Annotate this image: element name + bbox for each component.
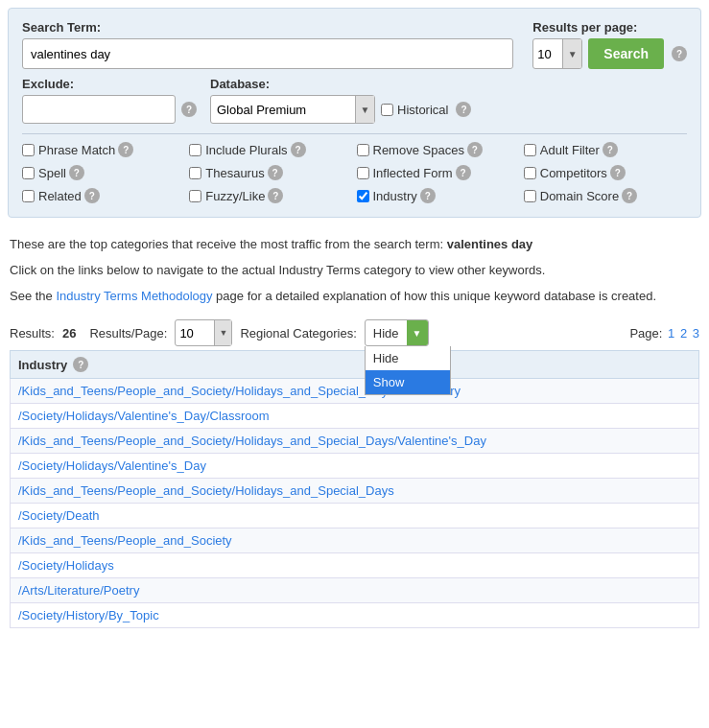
domain-score-label[interactable]: Domain Score bbox=[540, 189, 619, 203]
domain-score-checkbox[interactable] bbox=[524, 190, 536, 202]
methodology-link[interactable]: Industry Terms Methodology bbox=[56, 289, 212, 303]
row-link-4[interactable]: /Society/Holidays/Valentine's_Day bbox=[18, 458, 206, 473]
thesaurus-help[interactable]: ? bbox=[268, 165, 283, 180]
industry-checkbox[interactable] bbox=[357, 190, 369, 202]
row-link-10[interactable]: /Society/History/By_Topic bbox=[18, 608, 159, 622]
exclude-input[interactable] bbox=[22, 95, 176, 124]
competitors-label[interactable]: Competitors bbox=[540, 166, 607, 180]
database-select-wrap[interactable]: Global Premium US English UK English Ger… bbox=[210, 95, 375, 124]
table-row: /Kids_and_Teens/People_and_Society/Holid… bbox=[10, 379, 699, 404]
phrase-match-checkbox[interactable] bbox=[22, 144, 35, 156]
database-label: Database: bbox=[210, 77, 471, 91]
database-select[interactable]: Global Premium US English UK English Ger… bbox=[211, 96, 355, 123]
regional-dropdown-trigger[interactable]: Hide ▼ bbox=[365, 319, 429, 346]
regional-categories-label: Regional Categories: bbox=[240, 326, 356, 341]
include-plurals-help[interactable]: ? bbox=[291, 142, 306, 157]
database-arrow[interactable]: ▼ bbox=[355, 96, 374, 123]
table-header: Industry ? bbox=[10, 350, 699, 379]
dropdown-item-hide[interactable]: Hide bbox=[366, 346, 450, 370]
table-row: /Society/Holidays bbox=[10, 553, 699, 578]
remove-spaces-label[interactable]: Remove Spaces bbox=[373, 143, 464, 157]
search-term-label: Search Term: bbox=[22, 20, 513, 35]
info-line-3: See the Industry Terms Methodology page … bbox=[10, 287, 699, 307]
competitors-checkbox[interactable] bbox=[524, 167, 536, 179]
row-link-9[interactable]: /Arts/Literature/Poetry bbox=[18, 583, 139, 598]
regional-dropdown-value: Hide bbox=[366, 326, 407, 341]
inflected-form-help[interactable]: ? bbox=[456, 165, 471, 180]
inflected-form-checkbox[interactable] bbox=[357, 167, 369, 179]
table-area: Industry ? /Kids_and_Teens/People_and_So… bbox=[10, 350, 699, 628]
regional-dropdown-menu: Hide Show bbox=[365, 346, 451, 395]
fuzzy-like-label[interactable]: Fuzzy/Like bbox=[205, 189, 265, 203]
related-item: Related ? bbox=[22, 188, 185, 203]
results-bar: Results: 26 Results/Page: 102050 ▼ Regio… bbox=[10, 319, 699, 346]
page-3-link[interactable]: 3 bbox=[693, 326, 699, 341]
adult-filter-item: Adult Filter ? bbox=[524, 142, 687, 157]
row-link-3[interactable]: /Kids_and_Teens/People_and_Society/Holid… bbox=[18, 434, 486, 448]
results-per-page-label-bar: Results/Page: bbox=[89, 326, 167, 341]
row-link-8[interactable]: /Society/Holidays bbox=[18, 558, 114, 573]
adult-filter-label[interactable]: Adult Filter bbox=[540, 143, 600, 157]
dropdown-item-show[interactable]: Show bbox=[366, 370, 450, 394]
historical-help-icon[interactable]: ? bbox=[456, 102, 471, 117]
regional-dropdown-arrow[interactable]: ▼ bbox=[407, 320, 428, 345]
page-nav: Page: 1 2 3 bbox=[629, 326, 699, 341]
search-panel: Search Term: Results per page: 102050100… bbox=[8, 8, 701, 218]
thesaurus-label[interactable]: Thesaurus bbox=[205, 166, 264, 180]
results-per-page-select[interactable]: 102050100 bbox=[533, 39, 562, 68]
content-area: These are the top categories that receiv… bbox=[0, 225, 709, 306]
remove-spaces-help[interactable]: ? bbox=[467, 142, 483, 157]
regional-dropdown[interactable]: Hide ▼ Hide Show bbox=[365, 319, 429, 346]
fuzzy-like-help[interactable]: ? bbox=[268, 188, 283, 203]
row-link-7[interactable]: /Kids_and_Teens/People_and_Society bbox=[18, 533, 232, 548]
phrase-match-label[interactable]: Phrase Match bbox=[38, 143, 115, 157]
spell-help[interactable]: ? bbox=[69, 165, 84, 180]
spell-checkbox[interactable] bbox=[22, 167, 35, 179]
results-per-page-arrow[interactable]: ▼ bbox=[562, 39, 581, 68]
adult-filter-help[interactable]: ? bbox=[603, 142, 618, 157]
related-checkbox[interactable] bbox=[22, 190, 35, 202]
spell-label[interactable]: Spell bbox=[38, 166, 66, 180]
table-row: /Arts/Literature/Poetry bbox=[10, 578, 699, 603]
table-row: /Society/History/By_Topic bbox=[10, 603, 699, 628]
remove-spaces-item: Remove Spaces ? bbox=[357, 142, 520, 157]
industry-column-header: Industry bbox=[18, 358, 67, 372]
related-label[interactable]: Related bbox=[38, 189, 82, 203]
domain-score-help[interactable]: ? bbox=[622, 188, 637, 203]
results-per-page-select-wrap[interactable]: 102050100 ▼ bbox=[532, 38, 582, 69]
row-link-6[interactable]: /Society/Death bbox=[18, 508, 100, 523]
historical-checkbox[interactable] bbox=[381, 104, 393, 116]
page-2-link[interactable]: 2 bbox=[680, 326, 687, 341]
rpp-select-wrap[interactable]: 102050 ▼ bbox=[175, 319, 232, 346]
competitors-help[interactable]: ? bbox=[610, 165, 626, 180]
search-help-icon[interactable]: ? bbox=[672, 46, 687, 61]
rpp-arrow[interactable]: ▼ bbox=[214, 320, 231, 345]
phrase-match-item: Phrase Match ? bbox=[22, 142, 185, 157]
divider bbox=[22, 133, 687, 134]
exclude-help-icon[interactable]: ? bbox=[181, 102, 197, 117]
page-1-link[interactable]: 1 bbox=[668, 326, 674, 341]
industry-label[interactable]: Industry bbox=[373, 189, 417, 203]
include-plurals-checkbox[interactable] bbox=[189, 144, 201, 156]
industry-help[interactable]: ? bbox=[420, 188, 436, 203]
search-button[interactable]: Search bbox=[588, 38, 664, 69]
related-help[interactable]: ? bbox=[84, 188, 100, 203]
fuzzy-like-checkbox[interactable] bbox=[189, 190, 201, 202]
rpp-select[interactable]: 102050 bbox=[176, 320, 214, 345]
table-row: /Society/Holidays/Valentine's_Day/Classr… bbox=[10, 404, 699, 429]
row-link-2[interactable]: /Society/Holidays/Valentine's_Day/Classr… bbox=[18, 409, 270, 423]
include-plurals-item: Include Plurals ? bbox=[189, 142, 352, 157]
search-term-input[interactable] bbox=[22, 38, 513, 69]
spell-item: Spell ? bbox=[22, 165, 185, 180]
remove-spaces-checkbox[interactable] bbox=[357, 144, 369, 156]
inflected-form-label[interactable]: Inflected Form bbox=[373, 166, 453, 180]
results-per-page-label: Results per page: bbox=[532, 20, 687, 35]
adult-filter-checkbox[interactable] bbox=[524, 144, 536, 156]
historical-checkbox-label[interactable]: Historical bbox=[381, 103, 448, 117]
phrase-match-help[interactable]: ? bbox=[118, 142, 133, 157]
industry-header-help[interactable]: ? bbox=[73, 357, 88, 372]
results-label: Results: bbox=[10, 326, 55, 341]
row-link-5[interactable]: /Kids_and_Teens/People_and_Society/Holid… bbox=[18, 483, 394, 498]
thesaurus-checkbox[interactable] bbox=[189, 167, 201, 179]
include-plurals-label[interactable]: Include Plurals bbox=[205, 143, 287, 157]
